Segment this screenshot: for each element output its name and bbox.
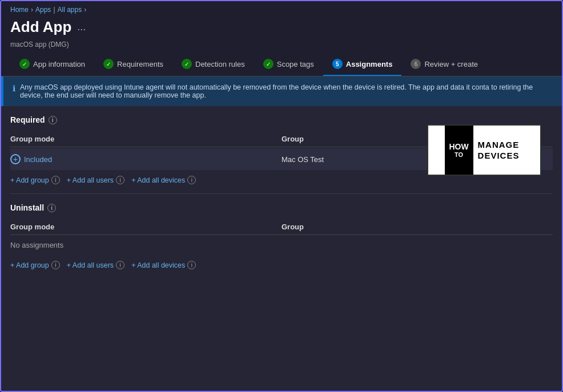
included-badge: + Included	[10, 154, 282, 164]
tab-check-icon: ✓	[19, 59, 30, 69]
uninstall-add-group-link[interactable]: + Add group	[10, 261, 49, 269]
tab-review-create[interactable]: 6 Review + create	[401, 53, 487, 76]
info-banner-text: Any macOS app deployed using Intune agen…	[20, 83, 553, 99]
uninstall-add-users-info-icon[interactable]: i	[116, 261, 124, 269]
page-title: Add App	[10, 18, 71, 36]
uninstall-info-icon[interactable]: i	[47, 204, 56, 212]
uninstall-add-group-info-icon[interactable]: i	[51, 261, 60, 269]
add-users-info-icon[interactable]: i	[116, 176, 124, 184]
tab-check-icon: ✓	[263, 59, 274, 69]
tab-requirements-label: Requirements	[117, 60, 163, 68]
uninstall-add-links: + Add group i + Add all users i + Add al…	[10, 255, 553, 278]
main-window: Home › Apps | All apps › Add App ... mac…	[0, 0, 563, 392]
info-icon: ℹ	[13, 84, 15, 93]
included-label: Included	[24, 155, 52, 164]
uninstall-section: Uninstall i Group mode Group No assignme…	[1, 194, 562, 278]
page-subtitle: macOS app (DMG)	[1, 41, 562, 53]
logo-manage-part: MANAGE DEVICES	[473, 126, 524, 175]
logo-how-part: HOW TO	[445, 126, 473, 175]
required-add-all-devices-link[interactable]: + Add all devices	[131, 176, 185, 184]
breadcrumb-all-apps[interactable]: All apps	[58, 6, 82, 14]
tab-review-create-label: Review + create	[424, 60, 478, 68]
uninstall-group-mode-header: Group mode	[10, 223, 282, 231]
page-header: Add App ...	[1, 16, 562, 41]
tab-scope-tags-label: Scope tags	[277, 60, 314, 68]
breadcrumb-apps[interactable]: Apps	[35, 6, 51, 14]
required-add-group-link[interactable]: + Add group	[10, 176, 49, 184]
required-info-icon[interactable]: i	[49, 116, 57, 124]
logo-manage-text: MANAGE	[478, 139, 520, 151]
group-mode-header: Group mode	[10, 135, 282, 143]
uninstall-add-all-devices-link[interactable]: + Add all devices	[131, 261, 185, 269]
logo-how-text: HOW	[449, 142, 468, 151]
tab-app-information[interactable]: ✓ App information	[10, 53, 94, 76]
tab-check-icon: ✓	[182, 59, 192, 69]
breadcrumb: Home › Apps | All apps ›	[1, 1, 562, 16]
tab-detection-rules-label: Detection rules	[195, 60, 245, 68]
tab-num-gray-icon: 6	[411, 59, 421, 69]
required-section-title: Required i	[10, 115, 553, 124]
uninstall-table-header: Group mode Group	[10, 219, 553, 235]
plus-circle-icon: +	[10, 154, 21, 164]
main-content: ℹ Any macOS app deployed using Intune ag…	[1, 76, 562, 391]
uninstall-add-devices-info-icon[interactable]: i	[187, 261, 196, 269]
required-section: Required i Group mode Group + Included M…	[1, 106, 562, 193]
required-add-links: + Add group i + Add all users i + Add al…	[10, 170, 553, 193]
add-group-info-icon[interactable]: i	[51, 176, 60, 184]
tab-num-icon: 5	[332, 59, 343, 69]
group-mode-cell: + Included	[10, 154, 282, 164]
tab-check-icon: ✓	[103, 59, 114, 69]
tab-app-information-label: App information	[33, 60, 85, 68]
add-devices-info-icon[interactable]: i	[187, 176, 196, 184]
tab-bar: ✓ App information ✓ Requirements ✓ Detec…	[1, 53, 562, 76]
breadcrumb-home[interactable]: Home	[10, 6, 29, 14]
tab-assignments[interactable]: 5 Assignments	[323, 53, 402, 76]
no-assignments-label: No assignments	[10, 235, 553, 255]
uninstall-add-all-users-link[interactable]: + Add all users	[67, 261, 114, 269]
watermark-logo: HOW TO MANAGE DEVICES	[427, 124, 541, 176]
tab-scope-tags[interactable]: ✓ Scope tags	[254, 53, 323, 76]
uninstall-section-title: Uninstall i	[10, 203, 553, 212]
info-banner: ℹ Any macOS app deployed using Intune ag…	[1, 76, 562, 106]
more-button[interactable]: ...	[77, 21, 86, 33]
required-add-all-users-link[interactable]: + Add all users	[67, 176, 114, 184]
logo-to-text: TO	[455, 151, 463, 158]
tab-requirements[interactable]: ✓ Requirements	[94, 53, 172, 76]
tab-detection-rules[interactable]: ✓ Detection rules	[172, 53, 254, 76]
uninstall-group-header: Group	[282, 223, 553, 231]
logo-devices-text: DEVICES	[478, 150, 520, 161]
tab-assignments-label: Assignments	[346, 60, 393, 68]
